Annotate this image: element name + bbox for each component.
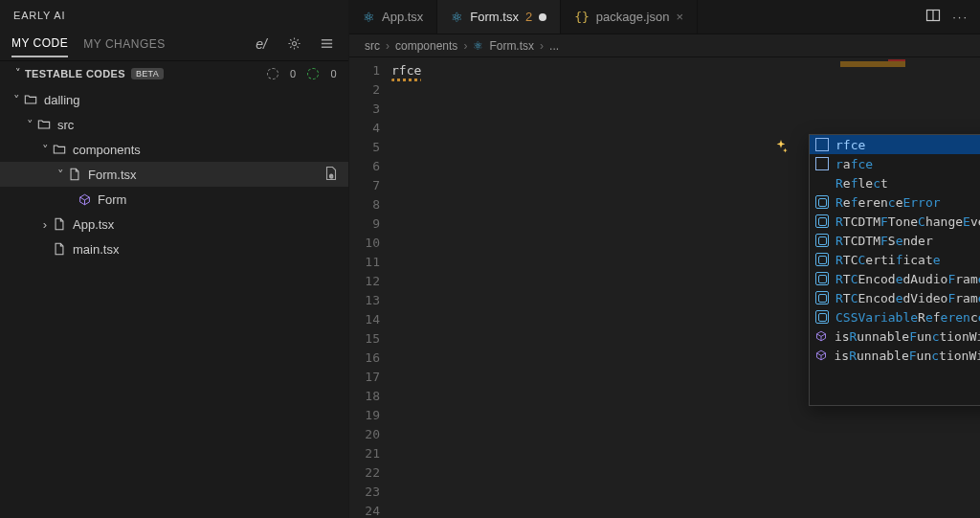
editor-tab-form[interactable]: ⚛ Form.tsx 2 [437,0,561,34]
tree-label: src [57,118,74,132]
autocomplete-item[interactable]: isRunnableFunctionWithParseopenai/src/li… [810,346,980,365]
minimap-warning-marker [840,61,905,67]
chevron-down-icon[interactable]: ˅ [11,67,25,79]
chevron-down-icon: ˅ [23,118,36,132]
folder-icon [23,93,38,106]
gear-icon[interactable] [283,34,304,55]
chevron-down-icon: ˅ [38,143,52,157]
tree-folder-components[interactable]: ˅ components [0,137,348,162]
sidebar-tab-my-changes[interactable]: MY CHANGES [83,32,165,56]
tree-folder-src[interactable]: ˅ src [0,112,348,137]
tree-label: main.tsx [73,242,119,257]
react-icon: ⚛ [363,10,375,25]
tree-label: components [73,143,141,157]
folder-icon [52,143,67,156]
breadcrumb[interactable]: src› components› ⚛ Form.tsx› ... [349,34,980,57]
file-icon [52,217,67,231]
progress-circle-green-icon [307,68,319,79]
menu-icon[interactable] [316,34,337,55]
test-file-action-icon[interactable]: e [323,166,348,184]
react-icon: ⚛ [451,10,463,25]
ai-sparkle-icon [774,140,790,155]
react-icon: ⚛ [473,39,483,53]
file-icon [52,242,67,256]
close-icon[interactable]: × [676,10,683,24]
count-b: 0 [330,68,337,79]
tree-file-form-tsx[interactable]: ˅ Form.tsx e [0,162,348,187]
tree-label: App.tsx [73,217,114,232]
typed-text: rfce [391,63,421,78]
tab-label: App.tsx [382,10,423,24]
json-braces-icon: {} [574,10,590,24]
line-number-gutter: 1234567891011121314151617181920212223242… [349,57,391,518]
tree-label: dalling [44,93,80,107]
sidebar-tab-my-code[interactable]: MY CODE [11,31,68,57]
dirty-indicator-icon [539,13,546,21]
crumb[interactable]: components [395,39,457,53]
file-tree: ˅ dalling ˅ src ˅ components ˅ Form.tsx … [0,85,348,261]
editor-tab-package-json[interactable]: {} package.json × [561,0,698,34]
tree-label: Form.tsx [88,168,137,182]
autocomplete-item[interactable]: isRunnableFunctionWithParseopenai/lib/Ru… [810,327,980,346]
tree-file-app-tsx[interactable]: › App.tsx [0,212,348,236]
file-icon [67,168,82,181]
count-a: 0 [290,68,297,79]
autocomplete-item[interactable]: Reflect [810,173,980,192]
autocomplete-item[interactable]: ReferenceError [810,192,980,212]
cube-icon [77,193,92,206]
autocomplete-item[interactable]: rfcereactFunctionalExportComponent [810,135,980,154]
chevron-down-icon: ˅ [54,168,67,182]
progress-circle-icon [267,68,278,79]
tree-symbol-form[interactable]: Form [0,187,348,212]
chevron-right-icon: › [38,217,52,232]
autocomplete-item[interactable]: RTCEncodedAudioFrame [810,269,980,288]
autocomplete-item[interactable]: rafcereactArrowFunctionExportComponent [810,154,980,173]
code-area[interactable]: rfce [391,57,421,518]
autocomplete-item[interactable]: RTCEncodedVideoFrame [810,288,980,307]
split-editor-icon[interactable] [925,8,941,26]
beta-badge: BETA [131,68,164,79]
crumb[interactable]: Form.tsx [489,39,534,53]
tab-label: Form.tsx [470,10,519,24]
tab-problem-count: 2 [525,10,532,24]
extension-title: EARLY AI [0,0,348,27]
autocomplete-item[interactable]: CSSVariableReferenceValue [810,307,980,327]
svg-point-0 [292,41,296,45]
autocomplete-item[interactable]: RTCCertificate [810,250,980,269]
tree-folder-root[interactable]: ˅ dalling [0,87,348,112]
brand-short[interactable]: e/ [251,34,272,55]
more-actions-icon[interactable]: ··· [952,10,969,24]
editor-tab-app[interactable]: ⚛ App.tsx [349,0,437,34]
chevron-down-icon: ˅ [10,93,23,107]
tree-file-main-tsx[interactable]: main.tsx [0,236,348,261]
folder-icon [36,118,52,131]
squiggle-warning-icon [391,79,421,81]
tab-label: package.json [596,10,670,24]
autocomplete-item[interactable]: RTCDTMFSender [810,231,980,250]
section-title: TESTABLE CODES [25,68,125,79]
crumb[interactable]: src [365,39,380,53]
autocomplete-popup: rfcereactFunctionalExportComponentrafcer… [809,134,980,406]
svg-text:e: e [329,172,333,180]
crumb-tail[interactable]: ... [549,39,559,53]
autocomplete-item[interactable]: RTCDTMFToneChangeEvent [810,212,980,231]
tree-label: Form [98,192,126,207]
